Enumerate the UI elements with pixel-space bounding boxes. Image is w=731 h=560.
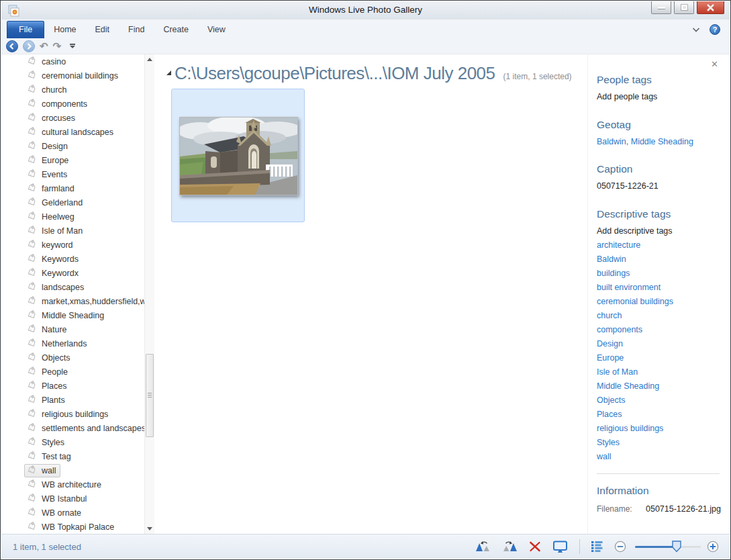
sidebar-tag[interactable]: Objects bbox=[1, 351, 144, 365]
slideshow-button[interactable] bbox=[552, 541, 568, 553]
descriptive-tag-link[interactable]: Design bbox=[597, 337, 730, 351]
sidebar-tag[interactable]: Places bbox=[1, 379, 144, 393]
zoom-slider[interactable] bbox=[634, 540, 701, 553]
toolbar-overflow-icon[interactable] bbox=[70, 44, 75, 48]
add-descriptive-tags-link[interactable]: Add descriptive tags bbox=[597, 226, 730, 236]
descriptive-tag-link[interactable]: components bbox=[597, 323, 730, 337]
descriptive-tag-link[interactable]: ceremonial buildings bbox=[597, 295, 730, 309]
sidebar-tag[interactable]: Heelweg bbox=[1, 209, 144, 224]
sidebar-tag[interactable]: ceremonial buildings bbox=[1, 68, 144, 83]
add-people-tags-link[interactable]: Add people tags bbox=[597, 92, 730, 101]
sidebar-tag[interactable]: Middle Sheading bbox=[1, 308, 144, 322]
slideshow-icon bbox=[552, 541, 568, 553]
close-button[interactable] bbox=[697, 1, 724, 14]
help-icon[interactable]: ? bbox=[710, 24, 720, 35]
delete-button[interactable] bbox=[529, 541, 541, 552]
sidebar-tag[interactable]: WB Topkapi Palace bbox=[1, 520, 144, 534]
sidebar-tag[interactable]: Events bbox=[1, 167, 144, 181]
sidebar-tag[interactable]: Test tag bbox=[1, 449, 144, 463]
descriptive-tag-link[interactable]: Isle of Man bbox=[597, 365, 730, 379]
sidebar-tag[interactable]: farmland bbox=[1, 181, 144, 195]
scroll-up-icon[interactable] bbox=[145, 54, 154, 64]
photo-thumbnail-selected[interactable] bbox=[171, 89, 305, 222]
folder-header: C:\Users\gcoupe\Pictures\...\IOM July 20… bbox=[166, 63, 572, 84]
descriptive-tag-link[interactable]: Places bbox=[597, 408, 730, 422]
sidebar-tag[interactable]: WB architecture bbox=[1, 477, 144, 492]
sidebar-tag[interactable]: Design bbox=[1, 139, 144, 153]
descriptive-tag-link[interactable]: architecture bbox=[597, 238, 730, 252]
descriptive-tag-link[interactable]: Styles bbox=[597, 436, 730, 450]
tag-icon bbox=[26, 479, 37, 490]
tab-view[interactable]: View bbox=[198, 21, 235, 38]
undo-button[interactable]: ↶ bbox=[40, 40, 48, 52]
sidebar-tag[interactable]: Keywords bbox=[1, 252, 144, 266]
sidebar-tag[interactable]: settlements and landscapes bbox=[1, 421, 144, 435]
zoom-out-button[interactable] bbox=[614, 541, 626, 553]
sidebar-tag[interactable]: WB ornate bbox=[1, 506, 144, 520]
descriptive-tag-link[interactable]: built environment bbox=[597, 281, 730, 295]
sidebar-tag[interactable]: Gelderland bbox=[1, 195, 144, 209]
minimize-button[interactable] bbox=[651, 1, 671, 14]
tag-icon bbox=[26, 226, 37, 236]
rotate-left-button[interactable] bbox=[475, 541, 491, 553]
filename-row: Filename: 050715-1226-21.jpg bbox=[597, 504, 730, 514]
descriptive-tag-link[interactable]: buildings bbox=[597, 267, 730, 281]
sidebar-tag[interactable]: landscapes bbox=[1, 280, 144, 294]
scroll-down-icon[interactable] bbox=[145, 524, 154, 534]
descriptive-tag-link[interactable]: wall bbox=[597, 450, 730, 464]
descriptive-tag-link[interactable]: church bbox=[597, 309, 730, 323]
redo-button[interactable]: ↷ bbox=[53, 40, 62, 52]
sidebar-tag[interactable]: WB Istanbul bbox=[1, 492, 144, 506]
tag-label: Places bbox=[42, 381, 67, 391]
tag-label: Plants bbox=[42, 395, 65, 405]
sidebar-tag[interactable]: People bbox=[1, 365, 144, 379]
sidebar-tag[interactable]: Styles bbox=[1, 435, 144, 449]
view-details-button[interactable] bbox=[591, 541, 603, 552]
app-window: Windows Live Photo Gallery FileHomeEditF… bbox=[0, 0, 731, 560]
sidebar-tag[interactable]: Isle of Man bbox=[1, 224, 144, 238]
sidebar-tag[interactable]: cultural landscapes bbox=[1, 125, 144, 139]
status-summary: 1 item, 1 selected bbox=[13, 542, 81, 552]
back-button[interactable] bbox=[6, 40, 18, 52]
tag-icon bbox=[26, 113, 37, 124]
sidebar-tag-selected[interactable]: wall bbox=[1, 463, 144, 477]
descriptive-tag-link[interactable]: Baldwin bbox=[597, 252, 730, 267]
scrollbar-thumb[interactable] bbox=[146, 354, 154, 437]
ribbon-tab-strip: FileHomeEditFindCreateView ? bbox=[1, 19, 730, 38]
tab-home[interactable]: Home bbox=[44, 21, 85, 38]
sidebar-tag[interactable]: market,xmas,huddersfield,wiz bbox=[1, 294, 144, 308]
sidebar-tag[interactable]: Plants bbox=[1, 393, 144, 407]
tab-file[interactable]: File bbox=[7, 21, 44, 38]
descriptive-tag-link[interactable]: Europe bbox=[597, 351, 730, 365]
sidebar-scrollbar[interactable] bbox=[144, 54, 154, 534]
zoom-slider-icon bbox=[634, 540, 701, 553]
collapse-group-icon[interactable] bbox=[166, 71, 171, 75]
descriptive-tag-link[interactable]: religious buildings bbox=[597, 422, 730, 436]
tab-edit[interactable]: Edit bbox=[86, 21, 119, 38]
sidebar-tag[interactable]: church bbox=[1, 83, 144, 97]
sidebar-tag[interactable]: casino bbox=[1, 54, 144, 68]
sidebar-tag[interactable]: keyword bbox=[1, 238, 144, 252]
view-details-icon bbox=[591, 541, 603, 552]
forward-button[interactable] bbox=[23, 40, 35, 52]
tag-icon bbox=[26, 338, 37, 349]
tag-icon bbox=[26, 522, 37, 532]
descriptive-tag-link[interactable]: Middle Sheading bbox=[597, 379, 730, 393]
tag-icon bbox=[26, 409, 37, 420]
restore-button[interactable] bbox=[674, 1, 694, 14]
descriptive-tag-link[interactable]: Objects bbox=[597, 393, 730, 408]
close-panel-icon[interactable]: ✕ bbox=[711, 60, 718, 68]
sidebar-tag[interactable]: crocuses bbox=[1, 111, 144, 125]
zoom-in-button[interactable] bbox=[707, 541, 719, 553]
collapse-ribbon-chevron-icon[interactable] bbox=[692, 28, 700, 32]
sidebar-tag[interactable]: Nature bbox=[1, 322, 144, 336]
rotate-right-button[interactable] bbox=[502, 541, 518, 553]
sidebar-tag[interactable]: components bbox=[1, 97, 144, 111]
geotag-link[interactable]: Baldwin, Middle Sheading bbox=[597, 137, 730, 146]
sidebar-tag[interactable]: Netherlands bbox=[1, 336, 144, 351]
tab-find[interactable]: Find bbox=[119, 21, 154, 38]
sidebar-tag[interactable]: Europe bbox=[1, 153, 144, 167]
sidebar-tag[interactable]: Keywordx bbox=[1, 266, 144, 280]
sidebar-tag[interactable]: religious buildings bbox=[1, 407, 144, 421]
tab-create[interactable]: Create bbox=[154, 21, 198, 38]
